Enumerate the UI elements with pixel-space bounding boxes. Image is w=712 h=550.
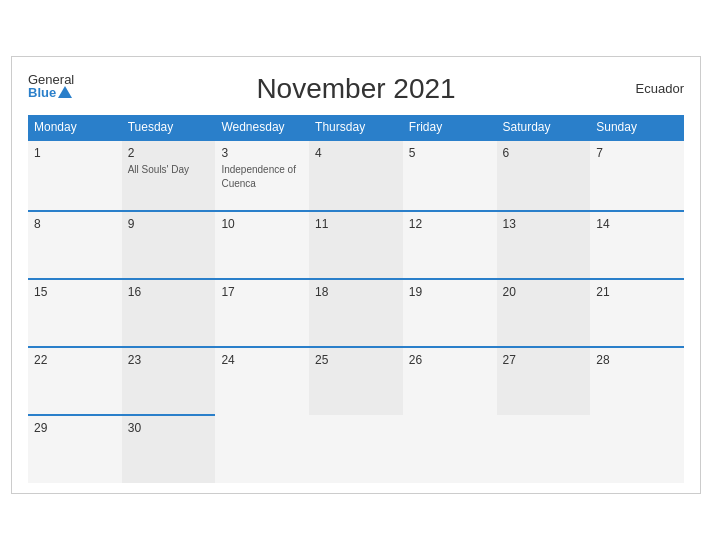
calendar-country: Ecuador — [636, 81, 684, 96]
calendar-cell — [215, 415, 309, 483]
week-row-1: 12All Souls' Day3Independence of Cuenca4… — [28, 140, 684, 211]
calendar-cell — [590, 415, 684, 483]
logo-triangle-icon — [58, 86, 72, 98]
calendar-cell: 26 — [403, 347, 497, 415]
calendar-cell: 7 — [590, 140, 684, 211]
day-number: 7 — [596, 146, 678, 160]
day-number: 12 — [409, 217, 491, 231]
day-number: 6 — [503, 146, 585, 160]
day-event: Independence of Cuenca — [221, 164, 296, 189]
week-row-5: 2930 — [28, 415, 684, 483]
column-header-saturday: Saturday — [497, 115, 591, 140]
day-number: 2 — [128, 146, 210, 160]
day-number: 8 — [34, 217, 116, 231]
day-number: 21 — [596, 285, 678, 299]
day-number: 14 — [596, 217, 678, 231]
calendar-cell: 10 — [215, 211, 309, 279]
column-header-wednesday: Wednesday — [215, 115, 309, 140]
calendar-cell — [309, 415, 403, 483]
calendar-cell: 2All Souls' Day — [122, 140, 216, 211]
day-number: 15 — [34, 285, 116, 299]
calendar-cell: 6 — [497, 140, 591, 211]
calendar-cell: 12 — [403, 211, 497, 279]
day-number: 16 — [128, 285, 210, 299]
calendar-cell: 17 — [215, 279, 309, 347]
calendar-cell: 14 — [590, 211, 684, 279]
calendar-cell: 4 — [309, 140, 403, 211]
logo-blue-text: Blue — [28, 86, 74, 99]
calendar-cell: 15 — [28, 279, 122, 347]
day-number: 17 — [221, 285, 303, 299]
calendar-title: November 2021 — [256, 73, 455, 105]
calendar-cell: 28 — [590, 347, 684, 415]
calendar-cell: 8 — [28, 211, 122, 279]
day-number: 18 — [315, 285, 397, 299]
day-number: 27 — [503, 353, 585, 367]
day-number: 11 — [315, 217, 397, 231]
day-number: 9 — [128, 217, 210, 231]
day-number: 22 — [34, 353, 116, 367]
day-number: 25 — [315, 353, 397, 367]
calendar-cell: 21 — [590, 279, 684, 347]
column-header-monday: Monday — [28, 115, 122, 140]
calendar-cell: 20 — [497, 279, 591, 347]
day-number: 10 — [221, 217, 303, 231]
days-header-row: MondayTuesdayWednesdayThursdayFridaySatu… — [28, 115, 684, 140]
day-number: 4 — [315, 146, 397, 160]
calendar-container: General Blue November 2021 Ecuador Monda… — [11, 56, 701, 494]
calendar-cell: 29 — [28, 415, 122, 483]
day-number: 13 — [503, 217, 585, 231]
day-number: 5 — [409, 146, 491, 160]
calendar-cell: 25 — [309, 347, 403, 415]
calendar-cell: 30 — [122, 415, 216, 483]
calendar-cell: 19 — [403, 279, 497, 347]
day-number: 28 — [596, 353, 678, 367]
day-number: 3 — [221, 146, 303, 160]
week-row-2: 891011121314 — [28, 211, 684, 279]
column-header-tuesday: Tuesday — [122, 115, 216, 140]
calendar-cell: 1 — [28, 140, 122, 211]
calendar-cell: 9 — [122, 211, 216, 279]
week-row-4: 22232425262728 — [28, 347, 684, 415]
calendar-cell: 11 — [309, 211, 403, 279]
day-number: 19 — [409, 285, 491, 299]
day-number: 1 — [34, 146, 116, 160]
calendar-cell: 24 — [215, 347, 309, 415]
day-number: 24 — [221, 353, 303, 367]
calendar-cell: 16 — [122, 279, 216, 347]
calendar-cell: 5 — [403, 140, 497, 211]
day-number: 29 — [34, 421, 116, 435]
calendar-cell: 23 — [122, 347, 216, 415]
day-event: All Souls' Day — [128, 164, 189, 175]
column-header-sunday: Sunday — [590, 115, 684, 140]
calendar-cell: 27 — [497, 347, 591, 415]
day-number: 30 — [128, 421, 210, 435]
calendar-cell — [403, 415, 497, 483]
week-row-3: 15161718192021 — [28, 279, 684, 347]
calendar-cell: 18 — [309, 279, 403, 347]
day-number: 26 — [409, 353, 491, 367]
column-header-friday: Friday — [403, 115, 497, 140]
calendar-cell: 13 — [497, 211, 591, 279]
calendar-cell — [497, 415, 591, 483]
logo: General Blue — [28, 73, 74, 99]
calendar-cell: 3Independence of Cuenca — [215, 140, 309, 211]
column-header-thursday: Thursday — [309, 115, 403, 140]
calendar-table: MondayTuesdayWednesdayThursdayFridaySatu… — [28, 115, 684, 483]
day-number: 23 — [128, 353, 210, 367]
calendar-cell: 22 — [28, 347, 122, 415]
day-number: 20 — [503, 285, 585, 299]
calendar-header: General Blue November 2021 Ecuador — [28, 73, 684, 105]
